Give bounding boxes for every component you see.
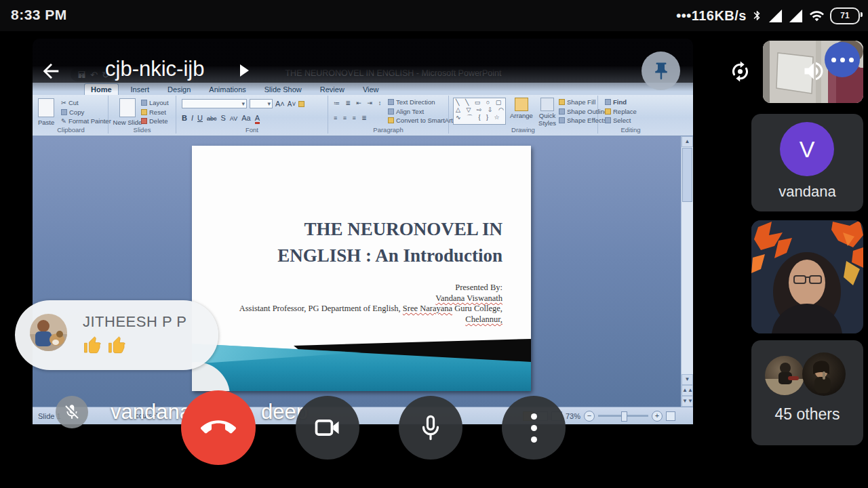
clock: 8:33 PM [11,7,67,23]
text-direction-button: Text Direction [388,98,453,107]
convert-smartart-button: Convert to SmartArt [388,116,453,125]
expand-caret-icon[interactable] [240,64,249,77]
shadow-button: S [220,114,225,122]
char-spacing-button: AV [230,115,237,122]
ppt-group-paragraph: ≔ ≣ ⇤ ⇥ ↕ ≡ ≡ ≡ ≣ Text Direction Align T… [328,96,449,134]
quick-styles-icon [540,98,554,111]
scroll-up-icon: ▲ [682,136,693,147]
previous-slide-icon: ▲▲ [682,385,693,396]
main-video-tile[interactable]: 🖬 ↶ ↻ THE NEURONOVEL IN ENGLISH - Micros… [33,39,693,449]
zoom-slider [598,415,648,417]
thumbs-up-emoji [107,336,127,356]
pin-button[interactable] [642,52,680,90]
shape-outline-icon [559,108,565,115]
switch-camera-button[interactable] [728,59,753,84]
end-call-button[interactable] [181,390,256,465]
ppt-tab-animations: Animations [203,84,252,95]
ppt-tab-insert: Insert [125,84,156,95]
presenter-affiliation: Assistant Professor, PG Department of En… [205,304,502,314]
mic-toggle-button[interactable] [399,396,462,460]
wifi-icon [808,8,825,24]
more-options-button[interactable] [502,396,566,460]
battery-icon: 71 [830,7,860,24]
text-direction-icon [388,99,394,105]
vandana-avatar: V [780,122,834,176]
new-slide-button: New Slide [113,98,142,126]
audio-output-button[interactable] [802,59,826,83]
participant-tile-video[interactable] [751,220,863,333]
zoom-in-icon: + [652,411,663,422]
bold-button: B [182,114,187,122]
delete-button: Delete [141,117,169,126]
mic-icon [416,413,445,442]
ppt-window-title: THE NEURONOVEL IN ENGLISH - Microsoft Po… [258,68,529,78]
videocam-icon [313,413,342,443]
arrange-icon [515,98,528,111]
more-vert-icon [531,413,537,443]
copy-button: Copy [61,108,111,117]
ppt-tab-design: Design [161,84,197,95]
back-button[interactable] [39,60,62,83]
delete-icon [141,118,147,124]
scrollbar-thumb [682,148,692,202]
ppt-tab-slideshow: Slide Show [258,84,308,95]
ppt-tab-review: Review [314,84,351,95]
shape-fill-icon [559,99,565,105]
align-text-icon [388,108,394,115]
select-icon [605,117,611,123]
font-name-box: ▾ [182,99,247,108]
caption-text-left: vandana [111,400,191,424]
undo-icon: ↶ [90,70,98,80]
replace-icon [605,108,611,115]
mic-off-icon [63,403,81,421]
bluetooth-icon [751,7,763,24]
paste-icon [38,98,54,117]
others-avatar-1 [765,356,804,395]
clear-formatting-icon [298,101,304,107]
more-horiz-icon [831,58,854,62]
arrange-button: Arrange [510,98,533,119]
chat-sender-avatar [30,314,67,351]
list-indent-icons: ≔ ≣ ⇤ ⇥ ↕ [334,100,383,107]
ppt-slide: THE NEURONOVEL IN ENGLISH : An Introduct… [192,146,531,391]
participant-video [751,220,863,333]
audio-device-menu-button[interactable] [825,42,860,77]
presenter-muted-indicator [56,396,88,428]
camera-toggle-button[interactable] [296,396,359,460]
font-color-button: A [255,114,260,124]
chat-message [83,336,127,356]
ppt-tab-view: View [357,84,385,95]
meet-call-screen: 8:33 PM •••116KB/s 71 🖬 ↶ ↻ THE NEURONOV… [0,0,868,488]
smartart-icon [388,117,394,123]
ppt-group-drawing: ╲ ╲ ▭ ○ ▢ △ ▽ ⇨ ⇩ ◠ ∿ ⌒ { } ☆ Arrange Qu… [449,96,598,134]
presented-by: Presented By: [205,283,502,293]
alignment-icons: ≡ ≡ ≡ ≣ [334,115,369,122]
quick-styles-button: Quick Styles [536,98,559,127]
scroll-down-icon: ▼ [682,374,693,385]
overflow-participants-tile[interactable]: 45 others [751,340,863,445]
ppt-group-slides: New Slide Layout Reset Delete Slides [108,96,176,134]
network-speed: •••116KB/s [676,8,747,24]
strikethrough-button: abc [207,115,217,122]
find-icon [605,99,611,105]
phone-status-bar: 8:33 PM •••116KB/s 71 [0,0,868,31]
select-button: Select [605,116,637,125]
participant-tile-vandana[interactable]: V vandana [751,114,863,211]
italic-button: I [191,114,193,122]
sim1-signal-icon [768,8,783,24]
find-button: Find [605,98,637,107]
sim2-signal-icon [788,8,804,24]
zoom-out-icon: − [584,411,595,422]
next-slide-icon: ▼▼ [682,396,693,407]
grow-font-icon: A˄ [275,100,285,108]
shapes-gallery: ╲ ╲ ▭ ○ ▢ △ ▽ ⇨ ⇩ ◠ ∿ ⌒ { } ☆ [453,98,506,125]
battery-level: 71 [840,11,849,20]
slide-subtitle: Presented By: Vandana Viswanath Assistan… [205,283,502,325]
others-count-label: 45 others [751,405,863,424]
copy-icon [61,109,67,115]
format-painter-icon: ✎ [61,117,66,126]
paste-button: Paste [38,98,54,126]
replace-button: Replace [605,107,637,117]
fit-to-window-icon [666,411,675,421]
meeting-code[interactable]: cjb-nkic-ijb [105,57,204,81]
